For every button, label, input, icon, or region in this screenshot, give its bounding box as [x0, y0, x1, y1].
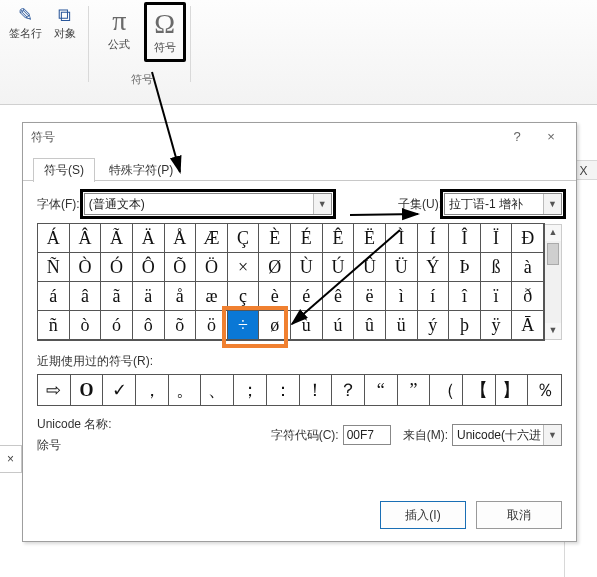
chevron-down-icon[interactable]: ▼	[543, 425, 561, 445]
close-button[interactable]: ×	[534, 125, 568, 149]
char-cell[interactable]: É	[291, 224, 323, 253]
char-cell[interactable]: ã	[101, 282, 133, 311]
char-cell[interactable]: ê	[323, 282, 355, 311]
recent-cell[interactable]: “	[365, 375, 398, 405]
char-cell[interactable]: Ç	[228, 224, 260, 253]
char-cell[interactable]: Ó	[101, 253, 133, 282]
char-cell[interactable]: ä	[133, 282, 165, 311]
char-cell[interactable]: Ö	[196, 253, 228, 282]
char-cell[interactable]: ß	[481, 253, 513, 282]
char-cell[interactable]: ý	[418, 311, 450, 340]
recent-cell[interactable]: ；	[234, 375, 267, 405]
char-cell[interactable]: å	[165, 282, 197, 311]
char-cell[interactable]: Ñ	[38, 253, 70, 282]
char-cell[interactable]: ×	[228, 253, 260, 282]
font-combo[interactable]: (普通文本) ▼	[84, 193, 332, 215]
char-cell[interactable]: Ý	[418, 253, 450, 282]
recent-cell[interactable]: ！	[300, 375, 333, 405]
char-cell[interactable]: ó	[101, 311, 133, 340]
recent-cell[interactable]: 【	[463, 375, 496, 405]
char-cell[interactable]: Û	[354, 253, 386, 282]
recent-cell[interactable]: （	[430, 375, 463, 405]
char-cell[interactable]: Ā	[512, 311, 544, 340]
char-cell[interactable]: Ë	[354, 224, 386, 253]
char-cell[interactable]: Ô	[133, 253, 165, 282]
char-cell[interactable]: â	[70, 282, 102, 311]
dismiss-tab[interactable]: ×	[0, 445, 22, 473]
cancel-button[interactable]: 取消	[476, 501, 562, 529]
char-cell[interactable]: Ð	[512, 224, 544, 253]
char-cell[interactable]: ë	[354, 282, 386, 311]
insert-button[interactable]: 插入(I)	[380, 501, 466, 529]
char-cell[interactable]: Æ	[196, 224, 228, 253]
char-cell[interactable]: ü	[386, 311, 418, 340]
subset-combo[interactable]: 拉丁语-1 增补 ▼	[444, 193, 562, 215]
char-cell[interactable]: Í	[418, 224, 450, 253]
char-cell[interactable]: ð	[512, 282, 544, 311]
char-cell[interactable]: ì	[386, 282, 418, 311]
signature-line-button[interactable]: ✎ 签名行	[7, 2, 43, 42]
char-cell[interactable]: È	[259, 224, 291, 253]
char-cell[interactable]: û	[354, 311, 386, 340]
char-cell[interactable]: Ø	[259, 253, 291, 282]
recent-cell[interactable]: ⇨	[38, 375, 71, 405]
char-cell[interactable]: Ü	[386, 253, 418, 282]
object-button[interactable]: ⧉ 对象	[47, 2, 83, 42]
recent-cell[interactable]: ✓	[103, 375, 136, 405]
charcode-input[interactable]	[343, 425, 391, 445]
char-cell[interactable]: æ	[196, 282, 228, 311]
char-cell[interactable]: Ò	[70, 253, 102, 282]
chevron-down-icon[interactable]: ▼	[543, 194, 561, 214]
char-cell[interactable]: è	[259, 282, 291, 311]
recent-cell[interactable]: ％	[528, 375, 561, 405]
char-cell[interactable]: þ	[449, 311, 481, 340]
tab-symbols[interactable]: 符号(S)	[33, 158, 95, 182]
recent-cell[interactable]: ：	[267, 375, 300, 405]
char-cell[interactable]: Î	[449, 224, 481, 253]
char-cell[interactable]: á	[38, 282, 70, 311]
char-cell[interactable]: Õ	[165, 253, 197, 282]
char-cell[interactable]: î	[449, 282, 481, 311]
char-cell[interactable]: í	[418, 282, 450, 311]
char-cell[interactable]: Â	[70, 224, 102, 253]
recent-cell[interactable]: ，	[136, 375, 169, 405]
char-cell[interactable]: Ê	[323, 224, 355, 253]
char-cell[interactable]: Á	[38, 224, 70, 253]
chevron-down-icon[interactable]: ▼	[313, 194, 331, 214]
char-cell-selected[interactable]: ÷	[228, 311, 260, 340]
char-cell[interactable]: Ì	[386, 224, 418, 253]
char-cell[interactable]: Å	[165, 224, 197, 253]
scroll-up-icon[interactable]: ▲	[545, 225, 561, 241]
char-cell[interactable]: ö	[196, 311, 228, 340]
char-cell[interactable]: ò	[70, 311, 102, 340]
char-cell[interactable]: ù	[291, 311, 323, 340]
char-cell[interactable]: à	[512, 253, 544, 282]
recent-cell[interactable]: 、	[201, 375, 234, 405]
recent-cell[interactable]: 】	[496, 375, 529, 405]
chargrid-scrollbar[interactable]: ▲ ▼	[545, 224, 562, 340]
char-cell[interactable]: Ã	[101, 224, 133, 253]
recent-cell[interactable]: O	[71, 375, 104, 405]
char-cell[interactable]: ø	[259, 311, 291, 340]
char-cell[interactable]: ú	[323, 311, 355, 340]
char-cell[interactable]: ÿ	[481, 311, 513, 340]
scroll-down-icon[interactable]: ▼	[545, 323, 561, 339]
char-cell[interactable]: õ	[165, 311, 197, 340]
char-cell[interactable]: Ä	[133, 224, 165, 253]
recent-cell[interactable]: ？	[332, 375, 365, 405]
from-combo[interactable]: Unicode(十六进 ▼	[452, 424, 562, 446]
char-cell[interactable]: ï	[481, 282, 513, 311]
char-cell[interactable]: ç	[228, 282, 260, 311]
tab-special-chars[interactable]: 特殊字符(P)	[98, 158, 184, 182]
char-cell[interactable]: Ï	[481, 224, 513, 253]
char-cell[interactable]: ñ	[38, 311, 70, 340]
help-button[interactable]: ?	[500, 125, 534, 149]
recent-cell[interactable]: 。	[169, 375, 202, 405]
equation-button[interactable]: π 公式	[98, 2, 140, 56]
char-cell[interactable]: é	[291, 282, 323, 311]
char-cell[interactable]: Ù	[291, 253, 323, 282]
recent-cell[interactable]: ”	[398, 375, 431, 405]
char-cell[interactable]: ô	[133, 311, 165, 340]
char-cell[interactable]: Þ	[449, 253, 481, 282]
char-cell[interactable]: Ú	[323, 253, 355, 282]
